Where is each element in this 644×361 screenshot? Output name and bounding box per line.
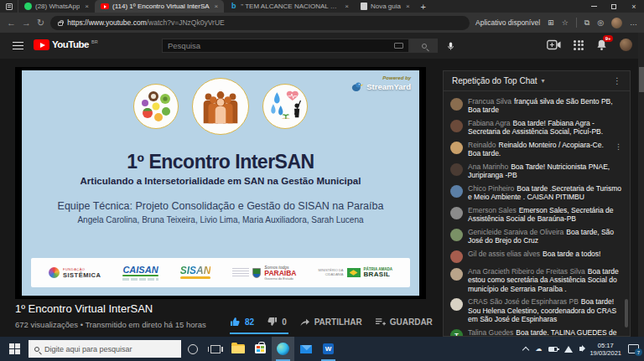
chat-message: Ana MarinhoBoa Tarde! Nutricionista PNAE… xyxy=(450,160,624,182)
chat-message: ReinaldoReinaldo Monteiro / Acopiara-Ce.… xyxy=(450,138,624,160)
battery-icon[interactable] xyxy=(548,347,558,352)
microsoft-store-button[interactable] xyxy=(249,337,272,361)
bing-icon: b xyxy=(230,3,237,10)
chat-author: Ana Gracieth Ribeiro de Freitas Silva xyxy=(468,267,585,276)
tab-actions-button[interactable] xyxy=(0,0,18,13)
tab-actions-icon xyxy=(6,3,13,10)
thumb-up-icon xyxy=(230,317,241,327)
browser-toolbar: ← → ↻ https://www.youtube.com/watch?v=JN… xyxy=(0,13,644,33)
chat-message-list[interactable]: Francua Silvafrançuá silva de São Bento … xyxy=(444,92,624,336)
taskbar-search[interactable] xyxy=(29,340,181,358)
chat-message: Emerson SalesEmerson Sales, Secretária d… xyxy=(450,204,624,225)
microphone-icon xyxy=(446,40,455,52)
chat-header: Repetição do Top Chat ▾ ⋮ xyxy=(444,71,630,91)
maximize-button[interactable] xyxy=(604,0,624,13)
forward-button[interactable]: → xyxy=(22,18,31,28)
tab-bing-search[interactable]: b " TEM ALCANCE NACIONAL CO × xyxy=(224,0,355,13)
cortana-button[interactable] xyxy=(181,337,204,361)
share-button[interactable]: PARTILHAR xyxy=(299,317,362,327)
chat-author: Gil de assis elias alves xyxy=(468,250,540,258)
start-button[interactable] xyxy=(0,337,29,361)
mail-button[interactable] xyxy=(294,337,317,361)
file-explorer-button[interactable] xyxy=(226,337,249,361)
minimize-button[interactable] xyxy=(584,0,604,13)
page-icon xyxy=(361,3,367,10)
chat-author: CRAS São José de Espinharas PB xyxy=(468,297,579,306)
store-icon xyxy=(255,344,266,353)
search-button[interactable] xyxy=(409,39,438,53)
browser-menu-button[interactable]: … xyxy=(630,18,637,27)
dislike-button[interactable]: 0 xyxy=(267,317,287,327)
create-video-icon[interactable] xyxy=(547,39,561,50)
paraiba-crest-icon xyxy=(252,268,261,278)
message-options-button[interactable]: ⋮ xyxy=(615,142,622,151)
close-tab-icon[interactable]: × xyxy=(406,3,410,10)
extensions-icon[interactable]: ◎ xyxy=(597,18,604,27)
close-window-button[interactable]: × xyxy=(624,0,644,13)
window-controls: × xyxy=(584,0,644,13)
slide-team-line: Equipe Técnica: Projeto Consolidação e G… xyxy=(22,200,419,212)
lock-icon xyxy=(58,22,63,26)
page-scrollbar[interactable] xyxy=(638,33,644,337)
taskbar-clock[interactable]: 05:17 19/03/2021 xyxy=(589,342,621,357)
keyboard-icon[interactable] xyxy=(394,43,403,49)
tab-new[interactable]: Nova guia × xyxy=(355,0,416,13)
app-available-label[interactable]: Aplicativo disponível xyxy=(475,18,540,27)
url-path: /watch?v=JNzQk0yVrUE xyxy=(147,18,225,27)
address-bar[interactable]: https://www.youtube.com/watch?v=JNzQk0yV… xyxy=(50,16,470,30)
show-hidden-icons-chevron[interactable] xyxy=(522,346,529,353)
like-ratio-bar xyxy=(230,333,288,334)
account-avatar[interactable] xyxy=(620,39,632,51)
chat-mode-label[interactable]: Repetição do Top Chat xyxy=(452,76,538,85)
voice-search-button[interactable] xyxy=(446,40,455,52)
like-button[interactable]: 82 xyxy=(230,317,254,327)
taskbar-search-input[interactable] xyxy=(44,345,175,353)
youtube-header: YouTube BR xyxy=(0,33,644,59)
chevron-down-icon[interactable]: ▾ xyxy=(542,77,545,85)
edge-button[interactable] xyxy=(272,337,294,361)
network-icon[interactable] xyxy=(564,346,573,353)
chat-message: CRAS São José de Espinharas PBBoa tarde!… xyxy=(450,296,624,327)
apps-grid-icon[interactable] xyxy=(574,40,584,50)
chat-message: T Talina GuedesBoa tarde. TALINA GUEDES … xyxy=(450,326,624,336)
chat-message: Genicleide Saraiva de OliveiraBoa tarde,… xyxy=(450,225,624,247)
new-tab-button[interactable]: + xyxy=(416,0,431,13)
browser-profile-avatar[interactable] xyxy=(611,18,622,28)
chat-author: Talina Guedes xyxy=(468,328,513,337)
logo-sisan: SISAN xyxy=(180,266,211,279)
refresh-button[interactable]: ↻ xyxy=(37,18,44,28)
close-tab-icon[interactable]: × xyxy=(345,3,349,10)
close-tab-icon[interactable]: × xyxy=(85,3,89,10)
search-field[interactable] xyxy=(162,39,409,53)
chat-menu-button[interactable]: ⋮ xyxy=(613,76,621,85)
video-player[interactable]: Powered by StreamYard xyxy=(15,67,426,299)
word-button[interactable]: W xyxy=(317,337,340,361)
tab-youtube-active[interactable]: (114) 1º Encontro Virtual InterSA × xyxy=(95,0,224,13)
onedrive-cloud-icon[interactable]: ☁ xyxy=(535,345,542,353)
chat-scrollbar[interactable] xyxy=(625,299,628,327)
scrollbar-thumb[interactable] xyxy=(639,67,644,92)
back-button[interactable]: ← xyxy=(7,18,16,28)
task-view-button[interactable] xyxy=(204,337,226,361)
chat-author: Ana Marinho xyxy=(468,162,508,171)
save-button[interactable]: GUARDAR xyxy=(375,317,433,327)
search-input[interactable] xyxy=(168,41,390,50)
speaker-icon[interactable] xyxy=(579,347,583,351)
close-tab-icon[interactable]: × xyxy=(215,3,219,10)
app-install-icon[interactable]: ⊞ xyxy=(548,18,554,27)
toolbar-separator xyxy=(576,18,577,28)
brazil-flag-icon xyxy=(347,268,361,277)
slide-names-line: Angela Carolina, Bruna Teixeira, Livio L… xyxy=(22,215,419,224)
logo-patria-amada-brasil: MINISTÉRIO DACIDADANIA PÁTRIA AMADABRASI… xyxy=(319,267,392,278)
action-center-button[interactable]: 7 xyxy=(628,344,639,353)
tab-whatsapp[interactable]: (28) WhatsApp × xyxy=(18,0,95,13)
youtube-logo[interactable]: YouTube BR xyxy=(34,39,98,50)
slide-subtitle: Articulando a Intersetorialidade em SAN … xyxy=(22,176,419,186)
collections-icon[interactable]: ⧉ xyxy=(584,18,589,28)
live-chat-panel: Repetição do Top Chat ▾ ⋮ Francua Silvaf… xyxy=(443,70,631,337)
chat-message: Ana Gracieth Ribeiro de Freitas SilvaBoa… xyxy=(450,265,624,296)
favorites-star-icon[interactable]: ☆ xyxy=(562,18,569,27)
stream-slide: Powered by StreamYard xyxy=(22,70,419,296)
menu-hamburger-button[interactable] xyxy=(13,42,23,49)
notifications-button[interactable]: 9+ xyxy=(596,39,607,51)
